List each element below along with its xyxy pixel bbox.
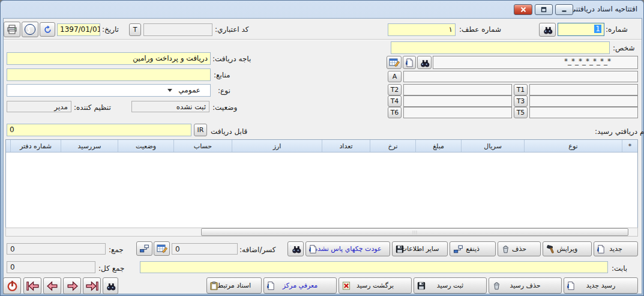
type-label: نوع: bbox=[218, 86, 230, 95]
table-body-empty bbox=[6, 153, 637, 228]
grid-edit-icon bbox=[157, 244, 167, 253]
return-unpassed-checks-button[interactable]: عودت چکهاي پاس نشده bbox=[305, 241, 390, 256]
delete-receipt-button[interactable]: حذف رسيد bbox=[489, 277, 562, 294]
t-button[interactable]: T bbox=[129, 23, 141, 36]
type-dropdown[interactable]: عمومي bbox=[7, 84, 211, 97]
person-field[interactable] bbox=[391, 41, 610, 54]
introduce-center-button[interactable]: معرفي مرکز bbox=[263, 277, 337, 294]
column-header-rate[interactable]: نرخ bbox=[370, 140, 415, 152]
close-button[interactable] bbox=[514, 4, 532, 15]
column-header-count[interactable]: تعداد bbox=[322, 140, 370, 152]
person-grid-edit-button[interactable] bbox=[387, 56, 402, 69]
t5-button[interactable]: T5 bbox=[514, 107, 528, 118]
t4-field[interactable] bbox=[403, 95, 512, 107]
preparer-field: مدير bbox=[7, 101, 71, 112]
grand-total-field: 0 bbox=[7, 261, 95, 273]
refresh-icon bbox=[43, 25, 52, 34]
sum-grid-edit-button[interactable] bbox=[154, 241, 170, 256]
other-info-button[interactable]: ساير اطلاعات bbox=[392, 241, 448, 256]
search-binoculars-icon bbox=[419, 58, 430, 67]
number-input[interactable]: 1 bbox=[558, 23, 604, 36]
record-search-button[interactable] bbox=[103, 277, 118, 294]
minimize-icon bbox=[561, 7, 567, 13]
next-record-button[interactable] bbox=[63, 277, 81, 294]
exit-button[interactable] bbox=[3, 277, 21, 294]
app-window: افتتاحيه اسناد دريافتني شماره: 1 شماره ع… bbox=[0, 0, 644, 296]
refresh-button[interactable] bbox=[40, 22, 55, 37]
item-delete-button[interactable]: حذف bbox=[498, 241, 541, 256]
return-receipt-button[interactable]: برگشت رسيد bbox=[339, 277, 412, 294]
currency-button[interactable]: IR bbox=[194, 124, 207, 136]
column-header-account[interactable]: حساب bbox=[173, 140, 232, 152]
column-header-stub bbox=[6, 140, 10, 152]
a-button[interactable]: A bbox=[388, 71, 402, 82]
receivable-field[interactable]: 0 bbox=[7, 124, 191, 136]
maximize-button[interactable] bbox=[535, 4, 553, 15]
t4-button[interactable]: T4 bbox=[388, 95, 402, 107]
search-binoculars-icon bbox=[542, 25, 553, 34]
deduction-search-button[interactable] bbox=[287, 241, 304, 256]
power-icon bbox=[7, 280, 18, 292]
person-code-mask-field[interactable]: *_*_*_*_*_*_* bbox=[433, 56, 638, 69]
booth-field[interactable]: دريافت و پرداخت ورامين bbox=[7, 52, 211, 65]
document-n-icon bbox=[267, 281, 275, 290]
number-search-button[interactable] bbox=[539, 23, 556, 37]
column-header-amount[interactable]: مبلغ bbox=[415, 140, 461, 152]
window-title: افتتاحيه اسناد دريافتني bbox=[570, 5, 637, 13]
regarding-label: بابت: bbox=[612, 264, 627, 273]
beneficiary-button[interactable]: ذينفع bbox=[450, 241, 496, 256]
regarding-field[interactable] bbox=[140, 261, 608, 273]
column-header-status[interactable]: وضعيت bbox=[118, 140, 173, 152]
t2-field[interactable] bbox=[403, 84, 512, 95]
arrow-right-icon bbox=[66, 281, 79, 291]
column-header-currency[interactable]: ارز bbox=[232, 140, 322, 152]
column-header-type[interactable]: نوع bbox=[524, 140, 622, 152]
person-document-button[interactable] bbox=[403, 56, 416, 69]
t6-field[interactable] bbox=[403, 107, 512, 118]
column-header-book-no[interactable]: شماره دفتر bbox=[10, 140, 61, 152]
preparer-label: تنظيم کننده: bbox=[74, 103, 111, 112]
sources-label: منابع: bbox=[214, 71, 230, 79]
sources-field[interactable] bbox=[7, 68, 211, 81]
person-search-button[interactable] bbox=[417, 56, 432, 69]
t1-button[interactable]: T1 bbox=[514, 84, 528, 95]
date-input[interactable]: 1397/01/01 bbox=[57, 23, 100, 36]
ref-number-field[interactable]: ۱ bbox=[388, 23, 456, 36]
column-header-serial[interactable]: سريال bbox=[461, 140, 524, 152]
help-button[interactable] bbox=[22, 22, 38, 37]
item-new-button[interactable]: جديد bbox=[594, 241, 638, 256]
sum-label: جمع: bbox=[109, 246, 124, 254]
document-x-icon bbox=[342, 282, 351, 290]
minimize-button[interactable] bbox=[555, 4, 573, 15]
t5-field[interactable] bbox=[529, 107, 638, 118]
t2-button[interactable]: T2 bbox=[388, 84, 402, 95]
delete-receipt-label: حذف رسيد bbox=[510, 282, 540, 289]
new-receipt-button[interactable]: رسيد جديد bbox=[564, 277, 638, 294]
a-field[interactable] bbox=[403, 71, 638, 82]
print-button[interactable] bbox=[4, 22, 20, 37]
credit-code-field[interactable] bbox=[143, 23, 212, 36]
number-label: شماره: bbox=[606, 25, 628, 34]
scrollbar-thumb[interactable] bbox=[201, 228, 628, 236]
t3-button[interactable]: T3 bbox=[514, 95, 528, 107]
save-receipt-button[interactable]: ثبت رسيد bbox=[414, 277, 487, 294]
first-record-button[interactable] bbox=[23, 277, 41, 294]
help-sphere-icon bbox=[24, 23, 36, 35]
column-header-due-date[interactable]: سررسيد bbox=[61, 140, 118, 152]
document-n-icon bbox=[406, 58, 414, 67]
document-n-icon bbox=[309, 244, 317, 253]
column-header-star[interactable]: * bbox=[622, 140, 637, 152]
t6-button[interactable]: T6 bbox=[388, 107, 402, 118]
beneficiary-label: ذينفع bbox=[466, 245, 480, 253]
related-documents-button[interactable]: اسناد مرتبط bbox=[206, 277, 262, 294]
hammer-icon bbox=[546, 244, 556, 253]
receivable-label: قابل دريافت bbox=[211, 127, 247, 136]
sum-sitemap-button[interactable] bbox=[136, 241, 152, 256]
last-record-button[interactable] bbox=[83, 277, 101, 294]
item-edit-button[interactable]: ويرايش bbox=[543, 241, 592, 256]
document-n-icon bbox=[597, 244, 605, 253]
table-horizontal-scrollbar[interactable] bbox=[5, 228, 638, 237]
t1-field[interactable] bbox=[529, 84, 638, 95]
t3-field[interactable] bbox=[529, 95, 638, 107]
previous-record-button[interactable] bbox=[43, 277, 61, 294]
